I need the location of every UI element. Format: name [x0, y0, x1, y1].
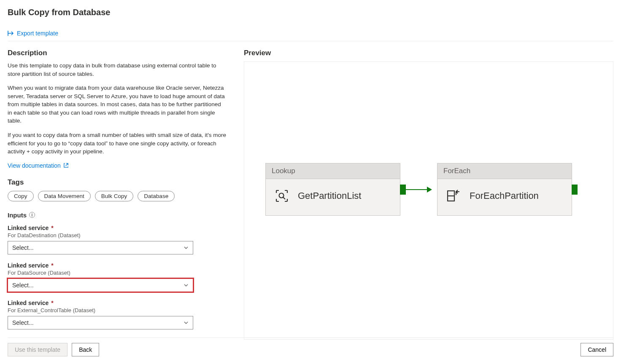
use-this-template-button: Use this template [8, 343, 68, 356]
search-icon [273, 187, 290, 204]
info-icon[interactable]: i [29, 212, 35, 218]
toolbar: Export template [8, 27, 613, 41]
pipeline-diagram: Lookup GetPartitionList [265, 163, 578, 216]
chevron-down-icon [184, 320, 189, 325]
input-field-data-source: Linked service * For DataSource (Dataset… [8, 262, 227, 292]
node-type-label: ForEach [437, 163, 572, 179]
field-sublabel: For DataSource (Dataset) [8, 270, 227, 276]
preview-heading: Preview [244, 49, 613, 57]
input-field-control-table: Linked service * For External_ControlTab… [8, 300, 227, 329]
tag-bulk-copy: Bulk Copy [95, 191, 134, 201]
footer: Use this template Back Cancel [8, 337, 613, 356]
description-p1: Use this template to copy data in bulk f… [8, 62, 227, 78]
tag-data-movement: Data Movement [38, 191, 91, 201]
output-port[interactable] [572, 185, 578, 195]
foreach-node[interactable]: ForEach ForEachPartition [437, 163, 572, 216]
export-template-button[interactable]: Export template [8, 30, 58, 37]
required-mark: * [51, 300, 53, 306]
tag-database: Database [138, 191, 175, 201]
description-heading: Description [8, 49, 227, 57]
svg-point-0 [279, 193, 284, 198]
tags-row: Copy Data Movement Bulk Copy Database [8, 191, 227, 201]
node-name: ForEachPartition [470, 190, 539, 201]
linked-service-select-control-table[interactable]: Select... [8, 316, 193, 329]
foreach-icon [445, 187, 462, 204]
linked-service-select-destination[interactable]: Select... [8, 241, 193, 254]
external-link-icon [63, 163, 69, 168]
field-label: Linked service [8, 262, 49, 269]
field-label: Linked service [8, 300, 49, 306]
export-icon [8, 30, 14, 36]
description-p2: When you want to migrate data from your … [8, 84, 227, 125]
page-title: Bulk Copy from Database [8, 8, 613, 17]
back-button[interactable]: Back [72, 343, 99, 356]
node-name: GetPartitionList [298, 190, 361, 201]
chevron-down-icon [184, 283, 189, 288]
tag-copy: Copy [8, 191, 34, 201]
inputs-heading: Inputs [8, 211, 27, 219]
preview-canvas[interactable]: Lookup GetPartitionList [244, 62, 613, 340]
field-label: Linked service [8, 225, 49, 231]
node-type-label: Lookup [266, 163, 400, 179]
select-placeholder: Select... [12, 282, 34, 289]
select-placeholder: Select... [12, 319, 34, 326]
cancel-button[interactable]: Cancel [580, 343, 613, 356]
input-field-data-destination: Linked service * For DataDestination (Da… [8, 225, 227, 254]
tags-heading: Tags [8, 178, 227, 187]
required-mark: * [51, 225, 53, 231]
field-sublabel: For DataDestination (Dataset) [8, 232, 227, 238]
lookup-node[interactable]: Lookup GetPartitionList [265, 163, 400, 216]
linked-service-select-source[interactable]: Select... [8, 278, 193, 292]
success-connector [400, 185, 437, 195]
field-sublabel: For External_ControlTable (Dataset) [8, 307, 227, 313]
chevron-down-icon [184, 245, 189, 250]
view-documentation-link[interactable]: View documentation [8, 162, 69, 169]
required-mark: * [51, 262, 53, 269]
export-template-label: Export template [17, 30, 58, 37]
output-port[interactable] [400, 185, 406, 195]
select-placeholder: Select... [12, 244, 34, 251]
description-p3: If you want to copy data from a small nu… [8, 131, 227, 156]
description-body: Use this template to copy data in bulk f… [8, 62, 227, 156]
view-documentation-label: View documentation [8, 162, 61, 169]
